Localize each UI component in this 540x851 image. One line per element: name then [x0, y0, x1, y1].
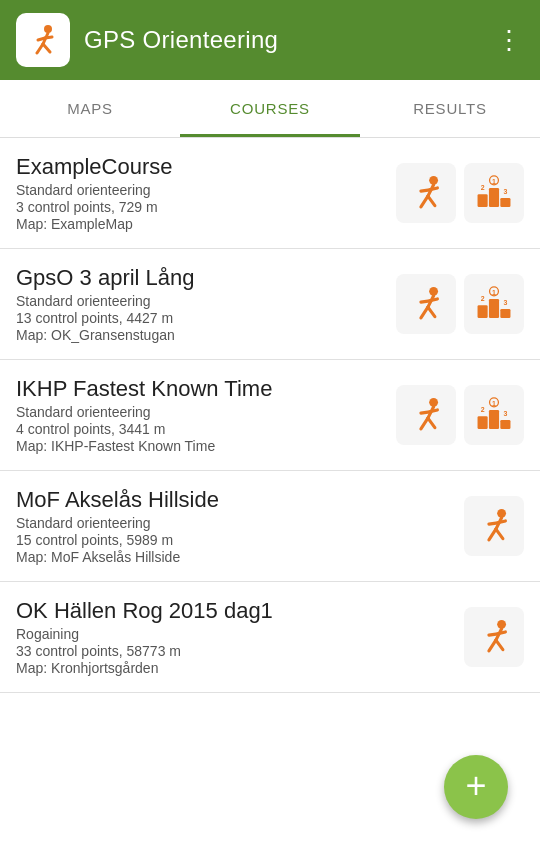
svg-line-57 [498, 632, 506, 634]
svg-rect-15 [500, 198, 510, 207]
svg-text:3: 3 [503, 299, 507, 306]
course-details: 33 control points, 58773 m [16, 643, 452, 659]
start-course-button[interactable] [396, 385, 456, 445]
svg-line-10 [428, 196, 435, 206]
svg-line-12 [430, 188, 438, 190]
app-logo [16, 13, 70, 67]
start-course-button[interactable] [396, 274, 456, 334]
svg-text:2: 2 [481, 295, 485, 302]
logo-icon [23, 20, 63, 60]
svg-line-25 [430, 299, 438, 301]
course-info: MoF Akselås HillsideStandard orienteerin… [16, 487, 452, 565]
course-type: Standard orienteering [16, 293, 384, 309]
course-map: Map: IKHP-Fastest Known Time [16, 438, 384, 454]
course-name: OK Hällen Rog 2015 dag1 [16, 598, 452, 624]
course-list: ExampleCourseStandard orienteering3 cont… [0, 138, 540, 693]
course-map: Map: ExampleMap [16, 216, 384, 232]
course-item[interactable]: IKHP Fastest Known TimeStandard orientee… [0, 360, 540, 471]
course-info: GpsO 3 april LångStandard orienteering13… [16, 265, 384, 343]
svg-rect-39 [478, 416, 488, 429]
course-details: 4 control points, 3441 m [16, 421, 384, 437]
course-type: Standard orienteering [16, 182, 384, 198]
svg-rect-40 [489, 410, 499, 429]
course-type: Rogaining [16, 626, 452, 642]
svg-text:2: 2 [481, 184, 485, 191]
app-header: GPS Orienteering ⋮ [0, 0, 540, 80]
course-map: Map: MoF Akselås Hillside [16, 549, 452, 565]
course-actions: 2 1 3 [396, 385, 524, 445]
svg-line-6 [45, 37, 52, 38]
start-course-button[interactable] [396, 163, 456, 223]
course-actions [464, 496, 524, 556]
svg-line-22 [421, 307, 428, 318]
svg-line-23 [428, 307, 435, 317]
app-title: GPS Orienteering [84, 26, 278, 54]
course-name: GpsO 3 april Lång [16, 265, 384, 291]
leaderboard-button[interactable]: 2 1 3 [464, 385, 524, 445]
svg-line-55 [496, 640, 503, 650]
svg-line-51 [498, 521, 506, 523]
course-details: 3 control points, 729 m [16, 199, 384, 215]
svg-rect-14 [489, 188, 499, 207]
leaderboard-button[interactable]: 2 1 3 [464, 163, 524, 223]
tab-courses[interactable]: COURSES [180, 80, 360, 137]
start-course-button[interactable] [464, 607, 524, 667]
course-type: Standard orienteering [16, 515, 452, 531]
svg-line-38 [430, 410, 438, 412]
course-info: OK Hällen Rog 2015 dag1Rogaining33 contr… [16, 598, 452, 676]
svg-text:3: 3 [503, 410, 507, 417]
svg-text:3: 3 [503, 188, 507, 195]
course-details: 15 control points, 5989 m [16, 532, 452, 548]
svg-rect-13 [478, 194, 488, 207]
fab-add-button[interactable]: + [444, 755, 508, 819]
course-map: Map: Kronhjortsgården [16, 660, 452, 676]
course-item[interactable]: MoF Akselås HillsideStandard orienteerin… [0, 471, 540, 582]
tab-maps[interactable]: MAPS [0, 80, 180, 137]
start-course-button[interactable] [464, 496, 524, 556]
svg-line-35 [421, 418, 428, 429]
leaderboard-button[interactable]: 2 1 3 [464, 274, 524, 334]
svg-line-54 [489, 640, 496, 651]
course-name: IKHP Fastest Known Time [16, 376, 384, 402]
svg-rect-28 [500, 309, 510, 318]
course-name: MoF Akselås Hillside [16, 487, 452, 513]
svg-rect-26 [478, 305, 488, 318]
svg-rect-41 [500, 420, 510, 429]
course-actions [464, 607, 524, 667]
course-info: IKHP Fastest Known TimeStandard orientee… [16, 376, 384, 454]
svg-line-36 [428, 418, 435, 428]
svg-text:2: 2 [481, 406, 485, 413]
course-info: ExampleCourseStandard orienteering3 cont… [16, 154, 384, 232]
course-name: ExampleCourse [16, 154, 384, 180]
svg-rect-27 [489, 299, 499, 318]
course-map: Map: OK_Gransenstugan [16, 327, 384, 343]
course-actions: 2 1 3 [396, 163, 524, 223]
fab-add-icon: + [465, 768, 486, 804]
svg-line-48 [489, 529, 496, 540]
course-item[interactable]: GpsO 3 april LångStandard orienteering13… [0, 249, 540, 360]
tab-results[interactable]: RESULTS [360, 80, 540, 137]
course-item[interactable]: ExampleCourseStandard orienteering3 cont… [0, 138, 540, 249]
header-left: GPS Orienteering [16, 13, 278, 67]
course-type: Standard orienteering [16, 404, 384, 420]
course-actions: 2 1 3 [396, 274, 524, 334]
course-item[interactable]: OK Hällen Rog 2015 dag1Rogaining33 contr… [0, 582, 540, 693]
header-menu-icon[interactable]: ⋮ [496, 27, 524, 53]
svg-line-9 [421, 196, 428, 207]
tabs-bar: MAPS COURSES RESULTS [0, 80, 540, 138]
svg-line-49 [496, 529, 503, 539]
course-details: 13 control points, 4427 m [16, 310, 384, 326]
